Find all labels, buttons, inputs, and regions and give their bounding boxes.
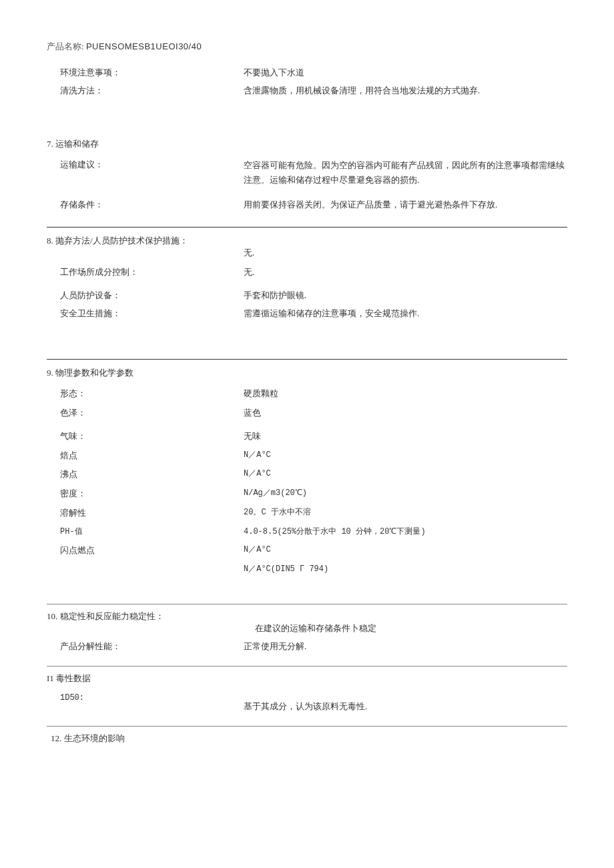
row-decomp: 产品分解性能： 正常使用无分解. xyxy=(47,640,567,654)
label: 存储条件： xyxy=(47,198,244,212)
section-7-title: 7. 运输和储存 xyxy=(47,137,567,151)
value: 蓝色 xyxy=(244,406,567,420)
row-odor: 气味： 无味 xyxy=(47,430,567,444)
divider xyxy=(47,227,567,228)
divider xyxy=(47,604,567,604)
section-8-title-value: 无. xyxy=(244,234,567,260)
label: 工作场所成分控制： xyxy=(47,266,244,280)
row-safety: 安全卫生措施： 需遵循运输和储存的注意事项，安全规范操作. xyxy=(47,307,567,321)
label xyxy=(47,563,244,576)
row-solubility: 溶解性 20。C 于水中不溶 xyxy=(47,506,567,520)
row-melting: 焙点 N／A°C xyxy=(47,449,567,463)
label: 运输建议： xyxy=(47,158,244,187)
row-ppe: 人员防护设备： 手套和防护眼镜. xyxy=(47,289,567,303)
divider xyxy=(47,666,567,667)
row-workplace: 工作场所成分控制： 无. xyxy=(47,266,567,280)
section-10-title-value: 在建议的运输和存储条件卜稳定 xyxy=(255,610,567,636)
row-clean-method: 清洗方法： 含泄露物质，用机械设备清理，用符合当地发法规的方式抛弃. xyxy=(47,84,567,98)
value: N／A°C(DIN5 Γ 794) xyxy=(244,563,567,576)
row-boiling: 沸点 N／A°C xyxy=(47,468,567,482)
label: 色泽： xyxy=(47,406,244,420)
label: 闪点燃点 xyxy=(47,544,244,558)
label: 沸点 xyxy=(47,468,244,482)
label: 安全卫生措施： xyxy=(47,307,244,321)
value: 无味 xyxy=(244,430,567,444)
section-12-title: 12. 生态环境的影响 xyxy=(47,732,567,746)
section-6-partial: 环境注意事项： 不要抛入下水道 清洗方法： 含泄露物质，用机械设备清理，用符合当… xyxy=(47,66,567,98)
label: 1D50: xyxy=(47,692,244,714)
product-name: PUENSOMESB1UEOI30/40 xyxy=(86,41,202,51)
value: 空容器可能有危险。因为空的容器内可能有产品残留，因此所有的注意事项都需继续注意。… xyxy=(244,158,567,187)
value: 硬质颗粒 xyxy=(244,387,567,401)
row-transport: 运输建议： 空容器可能有危险。因为空的容器内可能有产品残留，因此所有的注意事项都… xyxy=(47,158,567,187)
section-7: 7. 运输和储存 运输建议： 空容器可能有危险。因为空的容器内可能有产品残留，因… xyxy=(47,137,567,212)
label: 产品分解性能： xyxy=(47,640,244,654)
value: 4.0-8.5(25%分散于水中 10 分钟，20℃下测量) xyxy=(244,526,567,538)
divider xyxy=(47,359,567,360)
value: N/Ag／m3(20℃) xyxy=(244,487,567,501)
label: 密度： xyxy=(47,487,244,501)
row-flash2: N／A°C(DIN5 Γ 794) xyxy=(47,563,567,576)
value: 基于其成分，认为该原料无毒性. xyxy=(244,692,567,714)
value: 需遵循运输和储存的注意事项，安全规范操作. xyxy=(244,307,567,321)
row-ph: PH-值 4.0-8.5(25%分散于水中 10 分钟，20℃下测量) xyxy=(47,526,567,538)
row-color: 色泽： 蓝色 xyxy=(47,406,567,420)
row-storage: 存储条件： 用前要保持容器关闭。为保证产品质量，请于避光避热条件下存放. xyxy=(47,198,567,212)
divider xyxy=(47,726,567,727)
value: 不要抛入下水道 xyxy=(244,66,567,80)
section-8-title-row: 8. 抛弃方法/人员防护技术保护措施： 无. xyxy=(47,234,567,260)
row-env-note: 环境注意事项： 不要抛入下水道 xyxy=(47,66,567,80)
value: 无. xyxy=(244,266,567,280)
row-form: 形态： 硬质颗粒 xyxy=(47,387,567,401)
label: 清洗方法： xyxy=(47,84,244,98)
section-12: 12. 生态环境的影响 xyxy=(47,732,567,746)
value: 手套和防护眼镜. xyxy=(244,289,567,303)
value: 正常使用无分解. xyxy=(244,640,567,654)
header-line: 产品名称: PUENSOMESB1UEOI30/40 xyxy=(47,40,567,54)
value: N／A°C xyxy=(244,544,567,558)
row-density: 密度： N/Ag／m3(20℃) xyxy=(47,487,567,501)
section-10: 10. 稳定性和反应能力稳定性： 在建议的运输和存储条件卜稳定 产品分解性能： … xyxy=(47,610,567,654)
value: 含泄露物质，用机械设备清理，用符合当地发法规的方式抛弃. xyxy=(244,84,567,98)
section-10-title-row: 10. 稳定性和反应能力稳定性： 在建议的运输和存储条件卜稳定 xyxy=(47,610,567,636)
row-ld50: 1D50: 基于其成分，认为该原料无毒性. xyxy=(47,692,567,714)
label: 环境注意事项： xyxy=(47,66,244,80)
header-label: 产品名称: xyxy=(47,41,86,51)
label: 焙点 xyxy=(47,449,244,463)
value: 用前要保持容器关闭。为保证产品质量，请于避光避热条件下存放. xyxy=(244,198,567,212)
label: 人员防护设备： xyxy=(47,289,244,303)
section-9: 9. 物理参数和化学参数 形态： 硬质颗粒 色泽： 蓝色 气味： 无味 焙点 N… xyxy=(47,366,567,576)
label: 气味： xyxy=(47,430,244,444)
section-8: 8. 抛弃方法/人员防护技术保护措施： 无. 工作场所成分控制： 无. 人员防护… xyxy=(47,234,567,320)
value: N／A°C xyxy=(244,449,567,463)
value: N／A°C xyxy=(244,468,567,482)
label: 形态： xyxy=(47,387,244,401)
label: PH-值 xyxy=(47,526,244,538)
section-10-title: 10. 稳定性和反应能力稳定性： xyxy=(47,610,255,636)
section-8-title: 8. 抛弃方法/人员防护技术保护措施： xyxy=(47,234,244,260)
row-flash: 闪点燃点 N／A°C xyxy=(47,544,567,558)
value: 20。C 于水中不溶 xyxy=(244,506,567,520)
label: 溶解性 xyxy=(47,506,244,520)
section-9-title: 9. 物理参数和化学参数 xyxy=(47,366,567,380)
section-11: I1 毒性数据 1D50: 基于其成分，认为该原料无毒性. xyxy=(47,672,567,715)
section-11-title: I1 毒性数据 xyxy=(47,672,567,686)
